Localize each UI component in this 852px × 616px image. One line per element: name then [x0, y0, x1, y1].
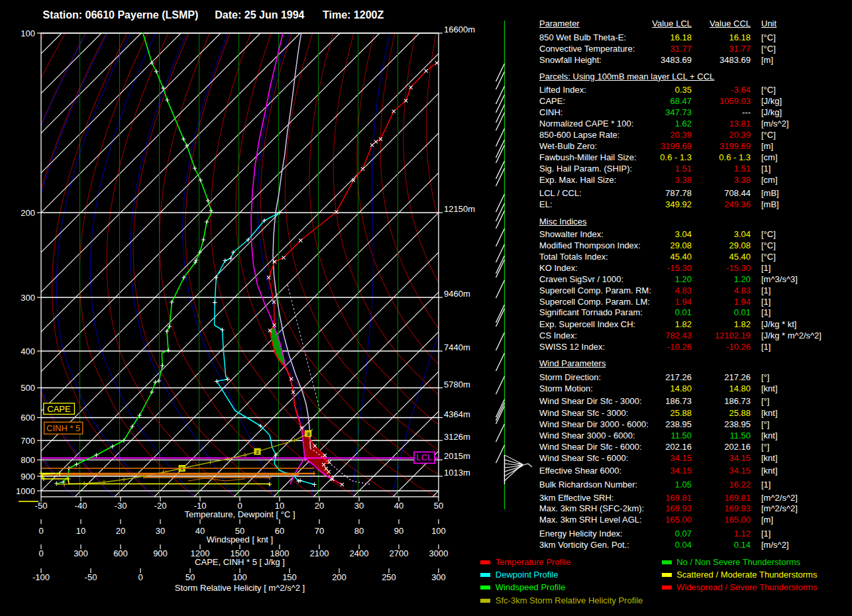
svg-text:150: 150	[282, 572, 297, 582]
svg-text:Windspeed [ knt ]: Windspeed [ knt ]	[207, 535, 273, 544]
svg-text:Temperature, Dewpoint [ °C ]: Temperature, Dewpoint [ °C ]	[184, 509, 295, 519]
svg-text:4364m: 4364m	[444, 409, 470, 419]
svg-text:CAPE, CINH * 5 [ J/kg ]: CAPE, CINH * 5 [ J/kg ]	[195, 557, 285, 567]
svg-text:-100: -100	[32, 572, 50, 582]
svg-text:-50: -50	[85, 572, 97, 582]
svg-text:-40: -40	[75, 501, 87, 511]
svg-text:2015m: 2015m	[444, 451, 470, 461]
svg-text:-20: -20	[154, 501, 167, 511]
svg-text:10: 10	[76, 526, 85, 536]
svg-text:3000: 3000	[429, 548, 449, 558]
svg-text:9460m: 9460m	[444, 289, 470, 299]
svg-text:2700: 2700	[390, 548, 409, 558]
svg-text:40: 40	[195, 526, 205, 536]
svg-text:20: 20	[315, 501, 324, 511]
svg-text:1013m: 1013m	[444, 468, 470, 478]
svg-text:90: 90	[394, 526, 403, 536]
svg-text:0: 0	[38, 548, 43, 558]
svg-text:30: 30	[354, 501, 364, 511]
svg-text:40: 40	[394, 501, 403, 511]
svg-text:0: 0	[38, 526, 43, 536]
svg-text:400: 400	[21, 346, 35, 356]
svg-text:2100: 2100	[310, 548, 329, 558]
svg-text:200: 200	[21, 208, 35, 218]
svg-text:500: 500	[21, 383, 35, 393]
svg-text:20: 20	[116, 526, 125, 536]
svg-text:7440m: 7440m	[444, 342, 470, 352]
svg-text:80: 80	[354, 526, 364, 536]
svg-text:2400: 2400	[350, 548, 369, 558]
svg-text:Station: 06610 Payerne (LSMP): Station: 06610 Payerne (LSMP)	[43, 9, 199, 21]
svg-text:LCL: LCL	[417, 452, 433, 462]
svg-text:250: 250	[382, 572, 396, 582]
svg-text:CAPE: CAPE	[47, 404, 71, 414]
svg-text:300: 300	[21, 293, 35, 303]
svg-text:1000: 1000	[16, 486, 35, 496]
svg-text:3: 3	[307, 431, 310, 437]
svg-text:50: 50	[434, 501, 443, 511]
svg-text:60: 60	[275, 526, 284, 536]
svg-text:800: 800	[21, 455, 35, 465]
svg-text:30: 30	[156, 526, 165, 536]
svg-text:Time: 1200Z: Time: 1200Z	[323, 9, 384, 21]
svg-text:900: 900	[21, 472, 35, 482]
svg-text:Date: 25 Jun 1994: Date: 25 Jun 1994	[215, 9, 304, 21]
svg-text:600: 600	[113, 548, 128, 558]
svg-text:100: 100	[21, 28, 35, 38]
svg-text:0: 0	[138, 572, 142, 582]
svg-text:-30: -30	[115, 501, 127, 511]
svg-text:300: 300	[431, 572, 446, 582]
svg-text:-50: -50	[35, 501, 48, 511]
svg-text:2: 2	[256, 449, 259, 455]
svg-text:300: 300	[74, 548, 88, 558]
svg-text:700: 700	[21, 436, 35, 446]
svg-text:50: 50	[186, 572, 195, 582]
svg-text:70: 70	[315, 526, 324, 536]
svg-text:12150m: 12150m	[444, 204, 475, 214]
svg-text:3126m: 3126m	[444, 432, 470, 442]
svg-text:16600m: 16600m	[444, 25, 475, 34]
svg-text:200: 200	[332, 572, 346, 582]
svg-text:100: 100	[233, 572, 247, 582]
svg-text:900: 900	[153, 548, 168, 558]
svg-text:CINH * 5: CINH * 5	[46, 423, 80, 433]
svg-text:100: 100	[431, 526, 446, 536]
svg-text:600: 600	[21, 413, 35, 423]
svg-text:5780m: 5780m	[444, 380, 470, 389]
svg-text:Storm Relative Helicity [ m^2: Storm Relative Helicity [ m^2/s^2 ]	[175, 583, 305, 593]
